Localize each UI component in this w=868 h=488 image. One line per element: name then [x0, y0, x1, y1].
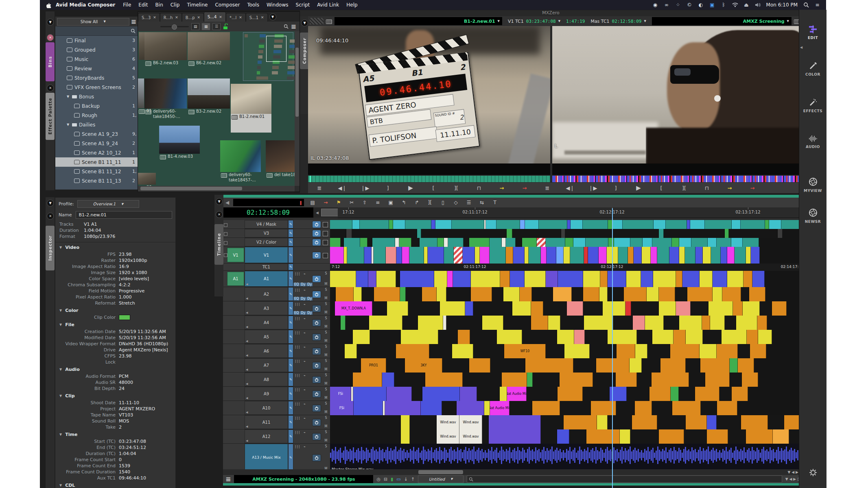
clip-segment[interactable]	[707, 429, 728, 444]
clip-segment[interactable]	[746, 247, 751, 264]
fx-chip-dy[interactable]: Dy	[300, 297, 306, 301]
monitor-icon[interactable]: ▭	[396, 477, 400, 482]
clip-segment[interactable]	[527, 373, 533, 387]
clip-segment[interactable]	[773, 429, 789, 444]
clip-segment[interactable]	[561, 229, 565, 238]
clip-card-deltake18[interactable]: del take18	[266, 140, 295, 186]
solo-mute-column[interactable]: SM	[322, 358, 330, 372]
record-enable-box[interactable]	[224, 253, 227, 257]
clip-segment[interactable]	[599, 287, 608, 301]
apps-icon[interactable]: ⁘	[675, 2, 681, 8]
sync-lock-icon[interactable]: ◀	[246, 311, 248, 314]
fx-chip-dy[interactable]: Dy	[300, 283, 306, 286]
track-power-button[interactable]	[312, 348, 321, 355]
mark-clip-icon[interactable]: ⊓	[468, 185, 490, 191]
clip-FSi[interactable]: FSi	[330, 401, 354, 415]
clip-segment[interactable]	[341, 316, 345, 330]
clip-segment[interactable]	[353, 330, 370, 344]
bin-hamburger-icon[interactable]: ≡	[291, 23, 296, 30]
inspector-close-icon[interactable]: ✕	[47, 213, 54, 220]
waveform-icon[interactable]: ᎒᎒᎒	[295, 445, 300, 449]
clip-segment[interactable]	[401, 429, 410, 444]
clip-segment[interactable]	[360, 238, 367, 247]
clip-segment[interactable]	[541, 247, 547, 264]
bin-tab-close-icon[interactable]: ✕	[153, 15, 156, 20]
clip-segment[interactable]	[733, 301, 743, 316]
clip-segment[interactable]	[676, 271, 682, 287]
menu-item-composer[interactable]: Composer	[215, 2, 240, 8]
playhead[interactable]	[612, 208, 613, 488]
clip-segment[interactable]	[703, 247, 711, 264]
clip-segment[interactable]	[588, 247, 599, 264]
clip-segment[interactable]	[448, 238, 464, 247]
segment-icon[interactable]: ▣	[386, 200, 395, 205]
clip-segment[interactable]	[431, 220, 435, 229]
clip-segment[interactable]	[489, 415, 541, 429]
sync-lock-icon[interactable]: ◀	[246, 340, 248, 343]
clip-segment[interactable]	[749, 287, 765, 301]
clip-segment[interactable]	[758, 330, 772, 344]
clip-segment[interactable]	[642, 247, 651, 264]
film-icon[interactable]: ▤	[308, 200, 317, 205]
clip-segment[interactable]	[506, 238, 516, 247]
track-power-button[interactable]	[312, 319, 321, 327]
window-shade-button[interactable]: ▼	[47, 19, 54, 26]
clip-card-delivery60take18450[interactable]: delivery60-take18450-...	[144, 78, 187, 127]
gang-icon[interactable]: ][	[673, 185, 695, 191]
clip-segment[interactable]	[659, 301, 676, 316]
clip-segment[interactable]	[558, 271, 583, 287]
clip-segment[interactable]	[741, 220, 765, 229]
pen-tool-icon[interactable]: ✎	[288, 220, 293, 229]
clip-segment[interactable]	[743, 238, 759, 247]
disclosure-icon[interactable]: ▼	[67, 95, 70, 98]
teamviewer-icon[interactable]: ▣	[709, 2, 715, 8]
clip-segment[interactable]	[599, 247, 607, 264]
clip-segment[interactable]	[660, 358, 686, 373]
pen-tool-icon[interactable]: ✎	[288, 287, 293, 301]
clip-segment[interactable]	[368, 271, 376, 287]
clip-segment[interactable]	[672, 401, 701, 415]
solo-mute-column[interactable]: SM	[322, 401, 330, 415]
automation-icon[interactable]: ⌁	[304, 374, 306, 377]
clip-segment[interactable]	[531, 301, 543, 316]
clip-segment[interactable]	[452, 220, 484, 229]
clip-segment[interactable]	[632, 415, 657, 429]
record-tc-dropdown[interactable]: ▼	[644, 20, 646, 23]
clip-segment[interactable]	[727, 247, 735, 264]
section-time[interactable]: ▼Time	[55, 430, 175, 438]
bin-search-row[interactable]	[55, 26, 138, 36]
bin-navigator[interactable]	[243, 32, 293, 81]
clip-segment[interactable]	[424, 247, 428, 264]
clip-segment[interactable]	[735, 247, 746, 264]
keyframe-icon[interactable]: ◇	[451, 200, 460, 205]
clip-segment[interactable]	[443, 316, 446, 330]
section-color[interactable]: ▼Color	[55, 306, 175, 314]
source-clip-menu[interactable]: B1-2.new.01▼	[335, 17, 502, 25]
source-patch-V1[interactable]: V1	[227, 248, 244, 262]
clip-segment[interactable]	[649, 387, 671, 401]
track-power-button[interactable]	[312, 252, 321, 259]
sync-lock-icon[interactable]: ◀	[246, 439, 248, 442]
clip-segment[interactable]	[743, 271, 752, 287]
solo-mute-column[interactable]: SM	[322, 444, 330, 471]
wifi-icon[interactable]	[732, 2, 738, 8]
section-video[interactable]: ▼Video	[55, 243, 175, 251]
sync-lock-icon[interactable]: ◀	[246, 283, 248, 286]
timeline-position-strip[interactable]	[223, 195, 802, 198]
clip-segment[interactable]	[645, 316, 664, 330]
track-header-A13MusicMix[interactable]: A13 / Music Mix✎SM᎒᎒᎒⌁	[223, 444, 330, 472]
clip-segment[interactable]	[460, 387, 477, 401]
clip-segment[interactable]	[765, 220, 769, 229]
effect-mode-icon[interactable]: ▯	[438, 200, 447, 205]
timeline-scroll-arrows[interactable]: ▼ ◀ ▶	[788, 470, 799, 474]
clip-segment[interactable]	[597, 415, 608, 429]
clip-segment[interactable]	[659, 229, 664, 238]
clip-segment[interactable]	[752, 271, 765, 287]
clip-segment[interactable]	[457, 401, 484, 415]
bin-row-scene-a1-9_24[interactable]: Scene A1 9_242	[55, 139, 138, 148]
clip-segment[interactable]	[345, 344, 357, 358]
trim-mode-icon[interactable]: ][	[425, 200, 434, 205]
clip-segment[interactable]	[434, 271, 447, 287]
pen-tool-icon[interactable]: ✎	[288, 429, 293, 443]
clip-segment[interactable]	[352, 220, 360, 229]
